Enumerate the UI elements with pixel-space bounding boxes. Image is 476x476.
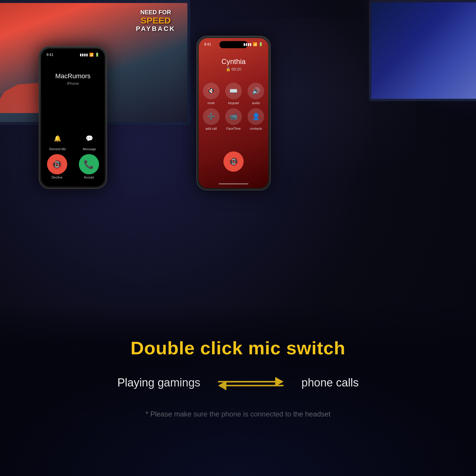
- add-call-button[interactable]: ➕ add call: [202, 108, 220, 130]
- phone1-caller-name: MacRumors: [41, 72, 105, 80]
- home-bar: [219, 183, 248, 184]
- remind-label: Remind Me: [49, 147, 66, 151]
- headline: Double click mic switch: [131, 337, 345, 358]
- wifi-icon: 📶: [89, 53, 94, 57]
- phone2-statusbar: 9:41 ▮▮▮▮ 📶 🔋: [204, 42, 263, 46]
- bidirectional-arrows: [218, 380, 284, 386]
- keypad-icon: ⌨️: [225, 83, 242, 99]
- keypad-button[interactable]: ⌨️ keypad: [224, 83, 243, 105]
- decline-container: 📵 Decline: [47, 154, 67, 179]
- disclaimer-text: * Please make sure the phone is connecte…: [145, 410, 331, 418]
- phone1-time: 9:41: [46, 53, 53, 57]
- add-call-label: add call: [206, 127, 217, 130]
- audio-button[interactable]: 🔊 audio: [247, 83, 265, 105]
- phone1-actions: 🔔 Remind Me 💬 Message: [41, 131, 105, 151]
- audio-icon: 🔊: [248, 83, 264, 99]
- switch-description-row: Playing gamings phone calls: [117, 376, 358, 389]
- accept-container: 📞 Accept: [79, 154, 99, 179]
- phone1-call-buttons: 📵 Decline 📞 Accept: [41, 154, 105, 179]
- message-icon: 💬: [82, 131, 97, 145]
- mute-button[interactable]: 🔇 mute: [202, 83, 220, 105]
- facetime-label: FaceTime: [226, 127, 241, 130]
- wifi-icon2: 📶: [253, 42, 257, 46]
- contacts-label: contacts: [250, 127, 262, 130]
- phone1-caller-sub: iPhone: [41, 81, 105, 86]
- phone2-indicators: ▮▮▮▮ 📶 🔋: [243, 42, 263, 46]
- phone1-indicators: ▮▮▮▮ 📶 🔋: [80, 53, 99, 57]
- message-action: 💬 Message: [82, 131, 97, 151]
- left-activity-text: Playing gamings: [117, 376, 200, 389]
- accept-label: Accept: [84, 176, 94, 179]
- phone1-screen: 9:41 ▮▮▮▮ 📶 🔋 MacRumors iPhone 🔔 Remind …: [41, 48, 105, 187]
- mute-icon: 🔇: [203, 83, 220, 99]
- facetime-icon: 📹: [225, 108, 242, 125]
- end-call-button[interactable]: 📵: [223, 151, 244, 172]
- phone1-statusbar: 9:41 ▮▮▮▮ 📶 🔋: [46, 53, 99, 57]
- bottom-section: Double click mic switch Playing gamings …: [0, 303, 476, 476]
- phone-incoming: 9:41 ▮▮▮▮ 📶 🔋 MacRumors iPhone 🔔 Remind …: [39, 46, 107, 189]
- keypad-label: keypad: [228, 101, 239, 105]
- phone1-caller-info: MacRumors iPhone: [41, 72, 105, 86]
- facetime-button[interactable]: 📹 FaceTime: [224, 108, 243, 130]
- remind-me-action: 🔔 Remind Me: [49, 131, 66, 151]
- battery-icon2: 🔋: [259, 42, 263, 46]
- phone2-duration: 🔒 00:20: [199, 67, 268, 71]
- mute-label: mute: [207, 101, 214, 105]
- phone-active: 9:41 ▮▮▮▮ 📶 🔋 Cynthia 🔒 00:20 🔇 mute ⌨️ …: [196, 36, 271, 190]
- signal-icon2: ▮▮▮▮: [243, 42, 252, 46]
- message-label: Message: [83, 147, 96, 151]
- arrow-right-icon: [218, 380, 284, 383]
- contacts-button[interactable]: 👤 contacts: [247, 108, 265, 130]
- battery-icon: 🔋: [95, 53, 99, 57]
- audio-label: audio: [252, 101, 260, 105]
- signal-icon: ▮▮▮▮: [80, 53, 88, 57]
- remind-icon: 🔔: [51, 131, 65, 145]
- phone2-screen: 9:41 ▮▮▮▮ 📶 🔋 Cynthia 🔒 00:20 🔇 mute ⌨️ …: [199, 38, 268, 188]
- add-call-icon: ➕: [203, 108, 220, 125]
- decline-button[interactable]: 📵: [47, 154, 67, 174]
- accept-button[interactable]: 📞: [79, 154, 99, 174]
- call-control-grid: 🔇 mute ⌨️ keypad 🔊 audio ➕ add call 📹 Fa…: [202, 83, 265, 130]
- right-activity-text: phone calls: [301, 376, 358, 389]
- decline-label: Decline: [51, 176, 62, 179]
- contacts-icon: 👤: [248, 108, 264, 125]
- phone2-time: 9:41: [204, 42, 211, 46]
- phone2-caller-name: Cynthia: [199, 57, 268, 66]
- phone2-caller-info: Cynthia 🔒 00:20: [199, 57, 268, 71]
